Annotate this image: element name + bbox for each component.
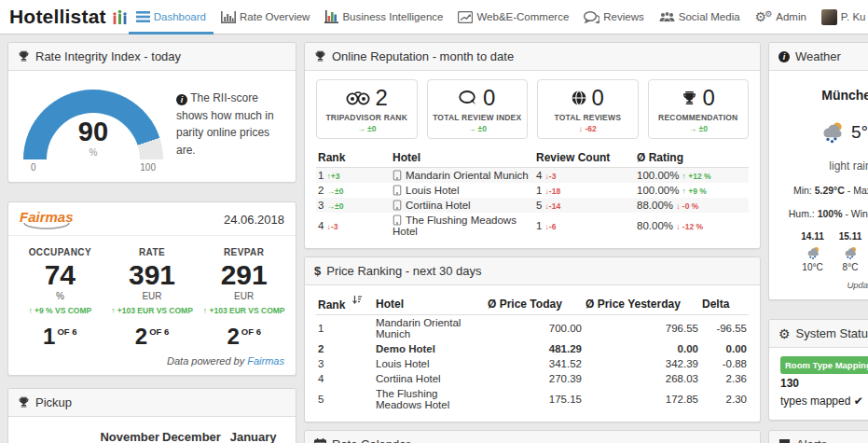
weather-card: i Weather München 5°C light rain Min: 5.… [768, 42, 868, 300]
fairmas-stats: OCCUPANCY 74 % +9 % VS COMP 1OF 6 RATE 3… [8, 236, 296, 352]
pickup-col-november: November [99, 424, 160, 443]
rii-gauge-value: 90 [23, 118, 163, 145]
nav-admin[interactable]: ⚙⚙ Admin [748, 0, 814, 34]
hotel-icon [393, 215, 402, 226]
bar-chart-icon [221, 11, 236, 23]
down-arrow-icon [676, 222, 680, 231]
nav-label: Reviews [603, 11, 643, 22]
nav-social-media[interactable]: Social Media [652, 0, 748, 34]
nav-reviews[interactable]: Reviews [576, 0, 651, 34]
nav-rate-overview[interactable]: Rate Overview [214, 0, 317, 34]
price-row: 3Louis Hotel 341.52342.39-0.88 [316, 356, 749, 371]
reputation-row: 2 ±0 Louis Hotel 1 -18 100.00% +9 % [316, 183, 749, 198]
dashboard-screen: Hotellistat Dashboard Rate Ove [0, 0, 868, 443]
fairmas-link[interactable]: Fairmas [247, 355, 284, 367]
brand-name: Hotellistat [9, 6, 106, 28]
weather-hum-wind: Hum.: 100% - Wind: 1.2 m/s [777, 208, 868, 219]
trophy-icon [682, 90, 697, 106]
globe-icon [572, 90, 586, 105]
col-rank[interactable]: Rank [316, 293, 374, 315]
price-ranking-header: $ Price Ranking - next 30 days [305, 257, 760, 285]
fairmas-footer: Data powered by Fairmas [8, 352, 296, 375]
weather-header: i Weather [769, 43, 868, 71]
price-ranking-table: Rank Hotel Ø Price Today Ø Price Yesterd… [316, 293, 749, 412]
sort-icon[interactable] [352, 296, 362, 305]
gear-icon: ⚙ [778, 327, 791, 340]
card-title: Rate Calendar [332, 437, 410, 443]
right-arrow-icon [689, 124, 697, 133]
info-icon: i [778, 51, 790, 62]
pickup-col-december: December [160, 424, 222, 443]
up-arrow-icon [682, 187, 686, 196]
card-title: Alerts [796, 437, 827, 443]
right-arrow-icon [357, 124, 365, 133]
nav-web-ecommerce[interactable]: Web&E-Commerce [450, 0, 576, 34]
fairmas-stat-occupancy: OCCUPANCY 74 % +9 % VS COMP 1OF 6 [14, 247, 106, 350]
card-title: Weather [795, 49, 841, 63]
stat-recommendation: 0 RECOMMENDATION ±0 [648, 79, 750, 139]
col-rank: Rank [316, 148, 391, 168]
price-row-own-hotel: 2Demo Hotel 481.290.000.00 [316, 341, 749, 356]
line-chart-icon [458, 11, 473, 23]
stat-tripadvisor-rank: 2 TRIPADVISOR RANK ±0 [316, 79, 418, 139]
top-navbar: Hotellistat Dashboard Rate Ove [0, 0, 868, 35]
card-title: Pickup [35, 395, 72, 409]
rain-cloud-icon [801, 245, 823, 260]
nav-label: Admin [776, 11, 806, 22]
gauge-max-label: 100 [140, 162, 156, 173]
price-row: 4Cortiina Hotel 270.39268.032.36 [316, 371, 749, 386]
up-arrow-icon [28, 306, 32, 315]
rate-integrity-card: Rate Integrity Index - today 90 % 0 100 [7, 42, 296, 183]
card-title: System Status [796, 326, 868, 340]
review-bubble-icon [459, 90, 477, 105]
fairmas-logo: Fairmas [20, 210, 74, 229]
forecast-day: 15.11 8°C [839, 231, 861, 272]
hotel-icon [393, 185, 402, 196]
system-status-card: ⚙ System Status Room Type Mapping 130 of… [768, 319, 868, 421]
alerts-header: Alerts [769, 431, 868, 443]
right-arrow-icon [468, 124, 476, 133]
nav-dashboard[interactable]: Dashboard [129, 0, 214, 34]
rate-calendar-header: Rate Calendar [305, 431, 760, 443]
rii-gauge: 90 % 0 100 [18, 84, 169, 173]
col-delta[interactable]: Delta [700, 293, 749, 315]
stat-total-review-index: 0 TOTAL REVIEW INDEX ±0 [427, 79, 529, 139]
rain-cloud-icon [839, 245, 861, 260]
rii-info-label: The RII-score shows how much in parity o… [176, 91, 274, 157]
nav-user[interactable]: P. Ku [814, 0, 868, 34]
right-arrow-icon [327, 187, 336, 196]
hamburger-icon [136, 11, 150, 22]
reputation-row: 4 -3 The Flushing Meadows Hotel 1 -6 80.… [316, 213, 749, 239]
down-arrow-icon [676, 201, 680, 211]
nav-business-intelligence[interactable]: Business Intelligence [317, 0, 450, 34]
brand[interactable]: Hotellistat [9, 6, 129, 28]
rate-integrity-header: Rate Integrity Index - today [8, 43, 296, 71]
fairmas-stat-revpar: REVPAR 291 EUR +103 EUR VS COMP 2OF 6 [198, 247, 290, 350]
right-arrow-icon [327, 201, 336, 211]
reputation-stat-boxes: 2 TRIPADVISOR RANK ±0 0 TOTAL REVIEW IND… [305, 71, 760, 146]
up-arrow-icon [203, 306, 207, 315]
price-row: 5The Flushing Meadows Hotel 175.15172.85… [316, 386, 749, 412]
online-reputation-card: Online Reputation - month to date 2 TRIP… [304, 42, 761, 249]
card-title: Rate Integrity Index - today [35, 49, 181, 63]
col-hotel[interactable]: Hotel [374, 293, 486, 315]
weather-condition: light rain [777, 159, 868, 173]
gears-icon: ⚙⚙ [755, 10, 773, 23]
reputation-row: 1 +3 Mandarin Oriental Munich 4 -3 100.0… [316, 168, 749, 184]
card-title: Online Reputation - month to date [332, 49, 514, 63]
speech-bubbles-icon [584, 11, 599, 23]
pickup-col-january: January [223, 424, 284, 443]
people-icon [659, 11, 675, 23]
online-reputation-header: Online Reputation - month to date [305, 43, 760, 71]
col-price-yesterday[interactable]: Ø Price Yesterday [584, 293, 700, 315]
stat-total-reviews: 0 TOTAL REVIEWS -62 [537, 79, 639, 139]
fairmas-date: 24.06.2018 [224, 213, 284, 227]
trophy-icon [18, 396, 30, 408]
price-row: 1Mandarin Oriental Munich 700.00796.55-9… [316, 315, 749, 342]
bi-chart-icon [324, 10, 338, 23]
col-price-today[interactable]: Ø Price Today [486, 293, 584, 315]
main-nav: Dashboard Rate Overview Business Intelli… [129, 0, 868, 34]
col-rating: Ø Rating [635, 148, 749, 168]
rii-gauge-unit: % [23, 147, 163, 158]
price-ranking-card: $ Price Ranking - next 30 days Rank Hote… [304, 256, 761, 422]
